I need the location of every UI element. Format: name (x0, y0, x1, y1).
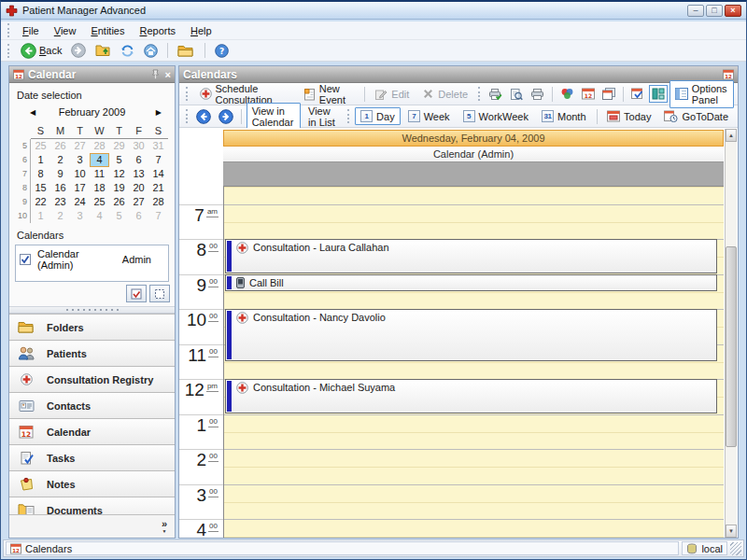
sidebar-item-contacts[interactable]: Contacts (9, 393, 175, 419)
menu-item-reports[interactable]: Reports (134, 23, 183, 38)
mini-day[interactable]: 1 (31, 209, 50, 223)
time-slot[interactable] (224, 204, 724, 222)
vertical-scrollbar[interactable]: ▲ ▼ (725, 129, 737, 538)
mini-day[interactable]: 25 (90, 195, 109, 209)
configure-buttons-chevron[interactable]: » ▼ (162, 520, 167, 534)
time-slot[interactable] (224, 537, 724, 538)
mini-day[interactable]: 11 (90, 167, 109, 181)
mini-day[interactable]: 21 (148, 181, 168, 195)
view-in-calendar-button[interactable]: View in Calendar (247, 103, 301, 131)
mini-day[interactable]: 26 (50, 139, 70, 153)
pin-icon[interactable] (151, 69, 160, 79)
up-folder-button[interactable] (92, 41, 114, 60)
week-view-button[interactable]: 7 Week (402, 107, 456, 125)
sidebar-item-calendar[interactable]: 12Calendar (9, 419, 175, 445)
resize-grip[interactable] (730, 542, 741, 555)
calendar-event[interactable]: Consultation - Laura Callahan (225, 239, 717, 273)
mini-day[interactable]: 19 (109, 181, 129, 195)
print-button[interactable] (528, 85, 547, 104)
mini-day[interactable]: 10 (70, 167, 90, 181)
mini-day[interactable]: 28 (148, 195, 168, 209)
time-slot[interactable] (224, 292, 724, 310)
menu-item-file[interactable]: File (16, 23, 46, 38)
time-slot[interactable] (224, 502, 724, 520)
minimize-button[interactable]: – (687, 5, 704, 17)
help-button[interactable]: ? (212, 41, 232, 61)
mini-day[interactable]: 17 (70, 181, 90, 195)
mini-day[interactable]: 5 (109, 209, 129, 223)
home-button[interactable] (141, 41, 161, 61)
time-slot[interactable] (224, 449, 724, 467)
mini-day[interactable]: 6 (129, 209, 148, 223)
edit-button[interactable]: Edit (369, 85, 415, 104)
time-slot[interactable] (224, 362, 724, 380)
mini-day[interactable]: 31 (148, 139, 168, 153)
time-slot[interactable] (224, 519, 724, 537)
check-all-button[interactable] (126, 285, 147, 302)
mini-day[interactable]: 13 (129, 167, 148, 181)
mini-day[interactable]: 2 (50, 209, 70, 223)
mini-day[interactable]: 7 (148, 209, 168, 223)
sidebar-item-consultation-registry[interactable]: Consultation Registry (9, 367, 175, 393)
folders-button[interactable] (175, 41, 198, 61)
view-in-list-button[interactable]: View in List (303, 103, 343, 131)
mini-day[interactable]: 20 (129, 181, 148, 195)
sidebar-item-patients[interactable]: Patients (9, 341, 175, 367)
mini-day[interactable]: 3 (70, 209, 90, 223)
panel-splitter[interactable] (9, 306, 175, 314)
panel-close-icon[interactable]: × (165, 70, 171, 79)
scroll-up-icon[interactable]: ▲ (726, 129, 737, 142)
maximize-button[interactable]: □ (706, 5, 723, 17)
mini-day[interactable]: 1 (31, 153, 50, 167)
mini-day[interactable]: 30 (129, 139, 148, 153)
time-slot[interactable] (224, 187, 724, 204)
forward-button[interactable] (68, 40, 89, 61)
mini-day[interactable]: 4 (90, 209, 109, 223)
split-view-button[interactable] (649, 85, 668, 103)
mini-day[interactable]: 2 (50, 153, 70, 167)
nav-forward-button[interactable] (216, 106, 236, 127)
nav-back-button[interactable] (193, 106, 214, 127)
mini-day[interactable]: 9 (50, 167, 70, 181)
print-preview-button[interactable] (507, 85, 526, 104)
back-button[interactable]: Back (18, 42, 64, 60)
menu-item-entities[interactable]: Entities (84, 23, 131, 38)
mini-day[interactable]: 26 (109, 195, 129, 209)
time-slot[interactable] (224, 467, 724, 484)
mini-day[interactable]: 29 (109, 139, 129, 153)
sidebar-item-folders[interactable]: Folders (9, 315, 175, 341)
mini-day[interactable]: 25 (31, 139, 50, 153)
time-slot[interactable] (224, 414, 724, 432)
day-view-button[interactable]: 1 Day (355, 107, 401, 125)
mini-day[interactable]: 28 (90, 139, 109, 153)
mini-day[interactable]: 8 (31, 167, 50, 181)
options-panel-button[interactable]: Options Panel (669, 80, 734, 108)
next-month-icon[interactable]: ▶ (156, 108, 162, 117)
delete-button[interactable]: Delete (416, 85, 473, 103)
mini-day[interactable]: 14 (148, 167, 168, 181)
all-day-area[interactable] (223, 162, 724, 187)
mini-day[interactable]: 15 (31, 181, 50, 195)
mini-day[interactable]: 6 (129, 153, 148, 167)
mini-day[interactable]: 4 (90, 153, 109, 167)
time-slot[interactable] (224, 484, 724, 502)
mini-day[interactable]: 18 (90, 181, 109, 195)
time-slot[interactable] (224, 222, 724, 240)
sidebar-item-tasks[interactable]: Tasks (9, 445, 175, 471)
mini-day[interactable]: 7 (148, 153, 168, 167)
calendar-event[interactable]: Consultation - Nancy Davolio (225, 309, 717, 360)
mini-day[interactable]: 27 (70, 139, 90, 153)
time-slot[interactable] (224, 432, 724, 450)
scrollbar-thumb[interactable] (726, 246, 737, 447)
appearance-button[interactable] (557, 85, 577, 103)
mini-day[interactable]: 3 (70, 153, 90, 167)
uncheck-all-button[interactable] (149, 285, 170, 302)
mini-day[interactable]: 16 (50, 181, 70, 195)
menu-item-view[interactable]: View (48, 23, 83, 38)
calendar-list-item[interactable]: Calendar (Admin)Admin (16, 245, 168, 273)
today-button[interactable]: Today (601, 107, 656, 125)
quick-print-button[interactable] (486, 85, 505, 104)
workweek-view-button[interactable]: 5 WorkWeek (458, 107, 534, 125)
calendar-check-button[interactable] (628, 85, 647, 103)
sidebar-item-notes[interactable]: Notes (9, 471, 175, 497)
